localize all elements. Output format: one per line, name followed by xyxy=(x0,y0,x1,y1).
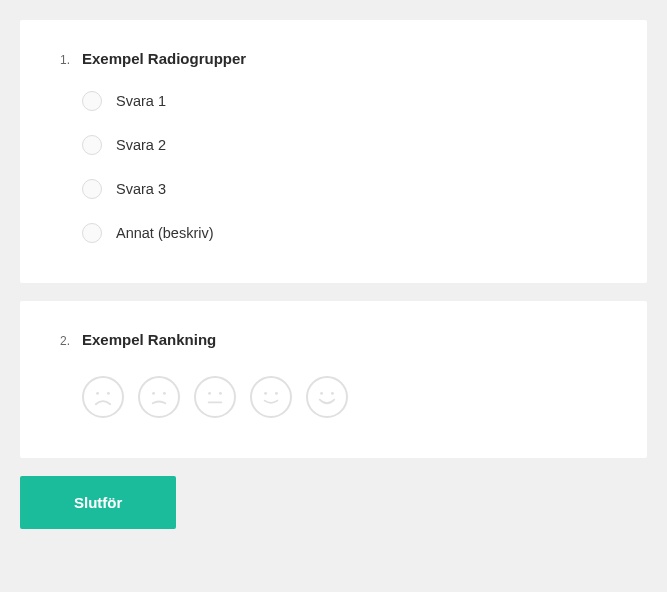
question-number: 2. xyxy=(60,334,72,348)
question-card-1: 1. Exempel Radiogrupper Svara 1 Svara 2 … xyxy=(20,20,647,283)
radio-icon xyxy=(82,135,102,155)
radio-option[interactable]: Annat (beskriv) xyxy=(82,223,607,243)
rating-face-very-happy-icon[interactable] xyxy=(306,376,348,418)
question-header: 2. Exempel Rankning xyxy=(60,331,607,348)
svg-point-9 xyxy=(320,392,323,395)
radio-icon xyxy=(82,91,102,111)
svg-point-1 xyxy=(107,392,110,395)
question-card-2: 2. Exempel Rankning xyxy=(20,301,647,458)
question-title: Exempel Rankning xyxy=(82,331,216,348)
radio-label: Annat (beskriv) xyxy=(116,225,214,241)
question-title: Exempel Radiogrupper xyxy=(82,50,246,67)
rating-face-sad-icon[interactable] xyxy=(138,376,180,418)
radio-icon xyxy=(82,179,102,199)
radio-label: Svara 3 xyxy=(116,181,166,197)
radio-icon xyxy=(82,223,102,243)
rating-face-neutral-icon[interactable] xyxy=(194,376,236,418)
radio-option[interactable]: Svara 3 xyxy=(82,179,607,199)
radio-option[interactable]: Svara 2 xyxy=(82,135,607,155)
svg-point-10 xyxy=(331,392,334,395)
question-number: 1. xyxy=(60,53,72,67)
svg-point-2 xyxy=(152,392,155,395)
rating-face-happy-icon[interactable] xyxy=(250,376,292,418)
svg-point-5 xyxy=(219,392,222,395)
radio-label: Svara 1 xyxy=(116,93,166,109)
svg-point-3 xyxy=(163,392,166,395)
rating-row xyxy=(60,372,607,428)
svg-point-7 xyxy=(264,392,267,395)
question-header: 1. Exempel Radiogrupper xyxy=(60,50,607,67)
submit-button[interactable]: Slutför xyxy=(20,476,176,529)
svg-point-0 xyxy=(96,392,99,395)
rating-face-very-sad-icon[interactable] xyxy=(82,376,124,418)
svg-point-4 xyxy=(208,392,211,395)
radio-option[interactable]: Svara 1 xyxy=(82,91,607,111)
svg-point-8 xyxy=(275,392,278,395)
radio-group: Svara 1 Svara 2 Svara 3 Annat (beskriv) xyxy=(60,91,607,243)
radio-label: Svara 2 xyxy=(116,137,166,153)
